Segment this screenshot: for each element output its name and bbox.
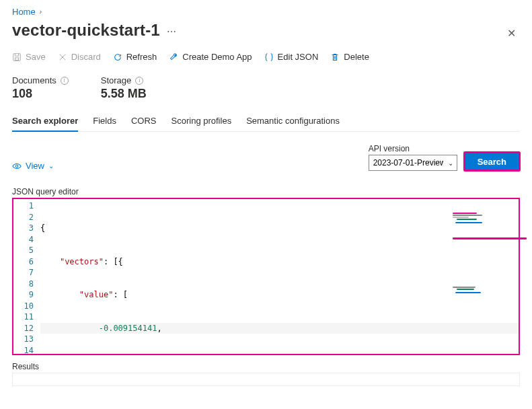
tab-scoring-profiles[interactable]: Scoring profiles <box>172 110 232 131</box>
delete-button[interactable]: Delete <box>330 52 369 62</box>
create-demo-app-button[interactable]: Create Demo App <box>169 52 252 62</box>
refresh-button[interactable]: Refresh <box>113 52 157 62</box>
code-area[interactable]: { "vectors": [{ "value": [ -0.009154141,… <box>40 199 519 354</box>
eye-icon <box>12 161 22 171</box>
storage-stat: Storage i 5.58 MB <box>101 75 147 101</box>
documents-value: 108 <box>12 87 69 101</box>
save-icon <box>12 52 22 62</box>
tab-cors[interactable]: CORS <box>131 110 157 131</box>
tab-search-explorer[interactable]: Search explorer <box>12 110 78 131</box>
svg-point-2 <box>15 165 18 168</box>
tab-fields[interactable]: Fields <box>93 110 116 131</box>
save-button: Save <box>12 52 46 62</box>
wrench-icon <box>169 52 178 62</box>
view-dropdown[interactable]: View ⌄ <box>12 161 54 171</box>
line-gutter: 1234 5678 9101112 1314 <box>13 199 40 354</box>
discard-icon <box>58 52 67 62</box>
trash-icon <box>330 52 340 62</box>
api-version-label: API version <box>369 144 457 153</box>
more-actions-icon[interactable]: ⋯ <box>167 26 176 40</box>
page-title: vector-quickstart-1 <box>12 21 160 40</box>
braces-icon <box>264 52 274 62</box>
breadcrumb-home[interactable]: Home <box>12 7 36 17</box>
close-icon[interactable]: ✕ <box>503 24 520 42</box>
edit-json-button[interactable]: Edit JSON <box>264 52 319 62</box>
results-box <box>12 373 520 386</box>
search-button[interactable]: Search <box>464 152 520 171</box>
results-label: Results <box>12 362 520 371</box>
tabs: Search explorer Fields CORS Scoring prof… <box>12 110 520 132</box>
info-icon[interactable]: i <box>135 77 143 85</box>
storage-value: 5.58 MB <box>101 87 147 101</box>
info-icon[interactable]: i <box>61 77 69 85</box>
breadcrumb: Home › <box>12 5 520 20</box>
json-query-editor[interactable]: 1234 5678 9101112 1314 { "vectors": [{ "… <box>12 198 520 355</box>
refresh-icon <box>113 52 122 62</box>
discard-button: Discard <box>58 52 101 62</box>
chevron-right-icon: › <box>40 8 42 15</box>
json-editor-label: JSON query editor <box>12 187 520 196</box>
toolbar: Save Discard Refresh Create Demo App Edi… <box>12 46 520 67</box>
svg-rect-0 <box>13 53 21 61</box>
chevron-down-icon: ⌄ <box>48 162 54 170</box>
api-version-select[interactable] <box>369 155 457 171</box>
tab-semantic-configs[interactable]: Semantic configurations <box>246 110 340 131</box>
documents-stat: Documents i 108 <box>12 75 69 101</box>
svg-rect-1 <box>15 57 18 60</box>
